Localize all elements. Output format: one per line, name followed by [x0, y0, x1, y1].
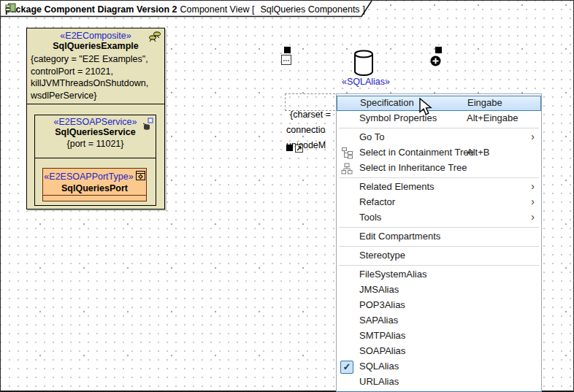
menu-item-label: Edit Compartments	[359, 231, 440, 242]
menu-item-icon-placeholder	[339, 299, 355, 312]
menu-item-soapalias[interactable]: SOAPAlias	[337, 344, 541, 359]
menu-item-label: JMSAlias	[359, 284, 399, 295]
checkbox-checked-icon: ✓	[339, 360, 355, 374]
inheritance-tree-icon	[339, 161, 355, 175]
submenu-arrow-icon: ›	[531, 179, 535, 193]
menu-item-jmsalias[interactable]: JMSAlias	[337, 283, 541, 298]
soap-service-box[interactable]: «E2ESOAPService» SqlQueriesService {port…	[34, 115, 156, 206]
service-stereotype: «E2ESOAPService»	[35, 115, 156, 127]
menu-item-icon-placeholder	[339, 283, 355, 297]
context-menu: SpecificationEingabeSymbol PropertiesAlt…	[336, 93, 542, 392]
menu-item-icon-placeholder	[340, 97, 356, 111]
menu-item-label: Select in Inheritance Tree	[359, 162, 467, 173]
menu-separator	[339, 246, 539, 247]
menu-item-label: FileSystemAlias	[359, 269, 426, 280]
ellipsis-button-icon[interactable]	[281, 55, 291, 68]
menu-shortcut: Alt+B	[467, 145, 489, 160]
menu-item-icon-placeholder	[339, 249, 355, 263]
menu-item-label: Specification	[360, 97, 414, 108]
port-stereotype: «E2ESOAPPortType»	[44, 172, 133, 182]
service-name: SqlQueriesService	[35, 127, 156, 137]
menu-item-label: SQLAlias	[359, 361, 399, 372]
menu-item-filesystemalias[interactable]: FileSystemAlias	[337, 267, 541, 283]
porttype-icon	[136, 170, 145, 183]
composite-property-line: {category = "E2E Examples",	[31, 53, 161, 66]
composite-component-box[interactable]: «E2EComposite» SqlQueriesExample {catego…	[26, 28, 165, 210]
menu-item-icon-placeholder	[339, 211, 355, 225]
selection-handle-top-right[interactable]	[435, 47, 442, 53]
menu-item-urlalias[interactable]: URLAlias	[337, 374, 541, 390]
containment-tree-icon	[339, 146, 355, 160]
header-context: Component View [	[180, 4, 255, 15]
submenu-arrow-icon: ›	[531, 210, 535, 224]
menu-item-label: Stereotype	[359, 250, 405, 261]
service-property: {port = 11021}	[35, 139, 156, 149]
composite-property-line: wsdlPerService}	[31, 90, 161, 102]
compartment-divider	[27, 104, 164, 104]
menu-item-tools[interactable]: Tools›	[337, 210, 541, 226]
menu-item-icon-placeholder	[339, 180, 355, 194]
menu-item-related-elements[interactable]: Related Elements›	[337, 180, 541, 195]
menu-item-icon-placeholder	[339, 329, 355, 343]
menu-item-select-in-inheritance-tree[interactable]: Select in Inheritance Tree	[337, 161, 541, 176]
header-title: package Component Diagram Version 2	[5, 4, 177, 15]
menu-item-go-to[interactable]: Go To›	[337, 130, 541, 145]
menu-item-icon-placeholder	[339, 345, 355, 358]
tagged-text-line: {charset =	[286, 107, 336, 123]
menu-shortcut: Eingabe	[467, 96, 502, 109]
menu-separator	[339, 227, 539, 228]
sql-alias-label[interactable]: «SQLAlias»	[332, 77, 400, 87]
tagged-text-line: unicodeM	[286, 138, 336, 153]
menu-item-symbol-properties[interactable]: Symbol PropertiesAlt+Eingabe	[337, 111, 541, 126]
composite-property-line: killJVMThreadsOnShutdown,	[31, 77, 161, 90]
menu-item-stereotype[interactable]: Stereotype	[337, 248, 541, 264]
menu-item-icon-placeholder	[339, 375, 355, 389]
database-icon[interactable]	[352, 49, 375, 80]
header-diagram-name: SqlQueries Components	[260, 4, 359, 15]
menu-item-icon-placeholder	[339, 230, 355, 244]
composite-element-icon	[148, 31, 161, 45]
menu-item-refactor[interactable]: Refactor›	[337, 195, 541, 210]
composite-name: SqlQueriesExample	[27, 41, 164, 51]
menu-separator	[339, 177, 539, 178]
tagged-values-text: {charset = connectio unicodeM	[286, 107, 336, 153]
menu-item-edit-compartments[interactable]: Edit Compartments	[337, 229, 541, 245]
menu-item-icon-placeholder	[339, 131, 355, 145]
menu-item-label: POP3Alias	[359, 299, 405, 310]
menu-item-sqlalias[interactable]: ✓SQLAlias	[337, 359, 541, 374]
selection-handle-top-left[interactable]	[284, 47, 291, 53]
link-corner-button-icon[interactable]	[295, 142, 303, 155]
composite-property-line: controlPort = 21021,	[31, 66, 161, 78]
menu-item-icon-placeholder	[339, 314, 355, 328]
menu-separator	[339, 265, 539, 266]
menu-item-pop3alias[interactable]: POP3Alias	[337, 298, 541, 313]
add-plus-button-icon[interactable]	[430, 55, 441, 69]
port-name: SqlQueriesPort	[43, 183, 146, 193]
compartment-divider	[35, 158, 156, 158]
submenu-arrow-icon: ›	[531, 129, 535, 144]
menu-item-sapalias[interactable]: SAPAlias	[337, 313, 541, 328]
diagram-canvas[interactable]: package Component Diagram Version 2 Comp…	[0, 0, 574, 392]
menu-item-specification[interactable]: SpecificationEingabe	[337, 96, 541, 111]
menu-separator	[339, 128, 539, 128]
menu-item-label: SAPAlias	[359, 315, 398, 326]
menu-item-label: SMTPAlias	[359, 330, 405, 341]
menu-item-label: Refactor	[359, 196, 395, 207]
menu-item-icon-placeholder	[339, 112, 355, 126]
diagram-frame-header: package Component Diagram Version 2 Comp…	[1, 1, 373, 18]
soap-porttype-box[interactable]: «E2ESOAPPortType» SqlQueriesPort	[42, 168, 147, 201]
compartment-divider	[43, 195, 146, 196]
mouse-cursor-icon	[417, 98, 435, 120]
soap-service-element-icon	[142, 118, 153, 134]
menu-item-select-in-containment-tree[interactable]: Select in Containment TreeAlt+B	[337, 145, 541, 161]
menu-item-smtpalias[interactable]: SMTPAlias	[337, 328, 541, 344]
menu-item-label: Select in Containment Tree	[359, 147, 474, 158]
composite-stereotype: «E2EComposite»	[27, 28, 164, 41]
selection-handle-bottom-left[interactable]	[286, 145, 293, 151]
header-bracket: ]	[363, 4, 365, 15]
menu-shortcut: Alt+Eingabe	[467, 111, 518, 126]
submenu-arrow-icon: ›	[531, 194, 535, 209]
header-text: package Component Diagram Version 2 Comp…	[5, 3, 365, 15]
menu-item-label: Tools	[359, 212, 381, 223]
menu-item-label: URLAlias	[359, 376, 399, 387]
